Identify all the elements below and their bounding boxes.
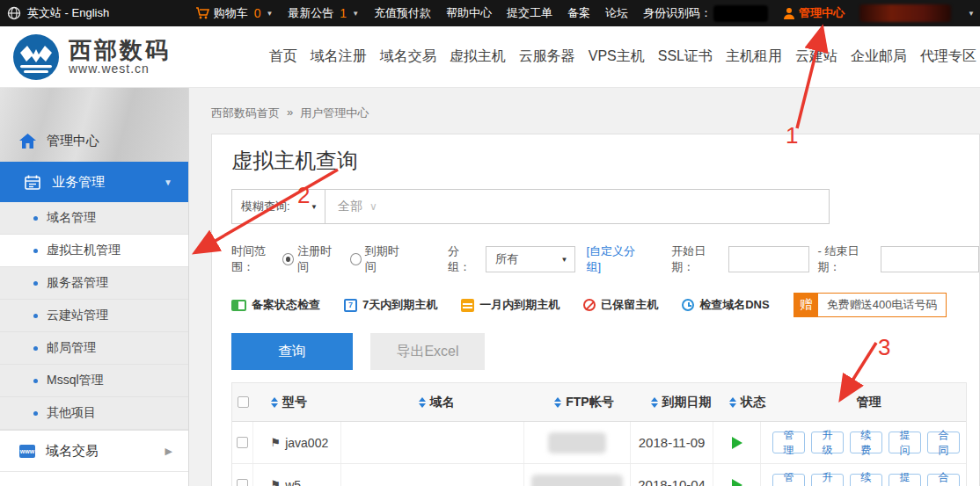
end-date-input[interactable] — [881, 246, 979, 272]
column-header-domain[interactable]: 域名 — [430, 395, 455, 410]
cart-link[interactable]: 购物车 0 ▼ — [195, 5, 274, 21]
notice-link[interactable]: 最新公告 1 ▼ — [288, 5, 359, 21]
column-header-manage: 管理 — [857, 395, 881, 410]
breadcrumb-home-link[interactable]: 西部数码首页 — [211, 105, 280, 121]
reserved-hosts-link[interactable]: 已保留主机 — [583, 297, 658, 313]
quick-links-row: 备案状态检查 7 7天内到期主机 一月内到期主机 已保留主机 — [231, 293, 979, 317]
sidebar-item-domain-trade[interactable]: www 域名交易 ▶ — [0, 430, 188, 472]
nav-domain-register[interactable]: 域名注册 — [311, 47, 367, 66]
sort-icon[interactable] — [419, 397, 426, 408]
nav-site-builder[interactable]: 云建站 — [795, 47, 837, 66]
beian-status-check-link[interactable]: 备案状态检查 — [231, 297, 320, 313]
account-name-redacted — [859, 4, 951, 22]
bullet-icon — [33, 346, 38, 351]
sidebar-item-server-manage[interactable]: 服务器管理 — [0, 267, 188, 300]
fuzzy-mode-select[interactable]: 模糊查询: ▼ — [232, 190, 325, 223]
column-header-status[interactable]: 状态 — [741, 395, 765, 410]
sort-icon[interactable] — [729, 397, 736, 408]
check-dns-link[interactable]: 检查域名DNS — [682, 297, 769, 313]
sort-icon[interactable] — [271, 397, 278, 408]
sidebar-item-label: 云建站管理 — [47, 308, 108, 323]
query-button[interactable]: 查询 — [231, 333, 353, 370]
nav-host-rental[interactable]: 主机租用 — [726, 47, 782, 66]
ftp-account-redacted — [548, 432, 606, 453]
nav-cloud-server[interactable]: 云服务器 — [519, 47, 575, 66]
renew-button[interactable]: 续费 — [850, 474, 882, 486]
account-chevron-down-icon[interactable]: ▼ — [968, 10, 975, 18]
main-content: 西部数码首页 » 用户管理中心 虚拟主机查询 模糊查询: ▼ 全部 ∨ — [189, 88, 980, 486]
contract-button[interactable]: 合同 — [927, 432, 960, 453]
upgrade-button[interactable]: 升级 — [811, 474, 844, 486]
sidebar-item-mssql-manage[interactable]: Mssql管理 — [0, 365, 188, 397]
brand-name: 西部数码 — [69, 39, 171, 62]
manage-button[interactable]: 管理 — [772, 474, 805, 486]
filter-row: 时间范围： 注册时间 到期时间 分组： 所有 ▼ [自定义分组] — [231, 243, 979, 275]
chevron-down-icon: ▼ — [266, 10, 273, 18]
export-excel-button[interactable]: 导出Excel — [370, 333, 485, 370]
select-all-checkbox[interactable] — [238, 396, 249, 408]
admin-center-link[interactable]: 管理中心 — [783, 5, 845, 21]
row-checkbox[interactable] — [237, 479, 248, 486]
contract-button[interactable]: 合同 — [927, 474, 960, 486]
group-select-value: 所有 — [495, 251, 518, 267]
notice-count-badge: 1 — [340, 6, 347, 20]
recharge-link[interactable]: 充值预付款 — [374, 5, 431, 21]
submit-ticket-link[interactable]: 提交工单 — [507, 5, 552, 21]
status-running-icon[interactable] — [732, 437, 742, 449]
column-header-expire[interactable]: 到期日期 — [662, 395, 712, 410]
upgrade-button[interactable]: 升级 — [811, 432, 844, 453]
column-header-model[interactable]: 型号 — [282, 395, 307, 410]
quick-link-label: 已保留主机 — [601, 297, 658, 313]
gift-400-phone-banner[interactable]: 赠 免费赠送400电话号码 — [794, 293, 947, 317]
grid-calendar-icon — [25, 175, 40, 190]
host-expire-date: 2018-11-09 — [631, 422, 713, 463]
host-domain-cell — [341, 422, 524, 463]
manage-button[interactable]: 管理 — [772, 432, 805, 453]
sidebar-admin-center-label: 管理中心 — [47, 133, 99, 149]
quick-link-label: 7天内到期主机 — [362, 297, 437, 313]
expire-7days-link[interactable]: 7 7天内到期主机 — [344, 297, 437, 313]
sort-icon[interactable] — [554, 397, 561, 408]
brand-site-url: www.west.cn — [69, 62, 171, 76]
column-header-ftp[interactable]: FTP帐号 — [566, 395, 613, 410]
fuzzy-scope-dropdown[interactable]: 全部 ∨ — [325, 199, 377, 214]
nav-vps[interactable]: VPS主机 — [589, 47, 645, 66]
radio-expire-time[interactable]: 到期时间 — [350, 243, 406, 275]
status-running-icon[interactable] — [732, 479, 742, 486]
group-select[interactable]: 所有 ▼ — [486, 246, 576, 272]
english-site-link[interactable]: 英文站 - English — [27, 5, 109, 21]
sidebar-item-admin-center[interactable]: 管理中心 — [0, 133, 99, 162]
query-panel: 虚拟主机查询 模糊查询: ▼ 全部 ∨ 时间范围： 注册时间 — [211, 134, 980, 486]
renew-button[interactable]: 续费 — [850, 432, 882, 453]
nav-enterprise-mail[interactable]: 企业邮局 — [851, 47, 907, 66]
nav-ssl[interactable]: SSL证书 — [658, 47, 713, 66]
hosts-table: 型号 域名 FTP帐号 到期日期 — [231, 382, 967, 486]
ask-button[interactable]: 提问 — [889, 474, 921, 486]
beian-link[interactable]: 备案 — [567, 5, 590, 21]
radio-unchecked-icon — [350, 253, 362, 265]
row-checkbox[interactable] — [237, 437, 248, 448]
radio-register-time[interactable]: 注册时间 — [282, 243, 338, 275]
bullet-icon — [33, 314, 38, 318]
nav-domain-trade[interactable]: 域名交易 — [380, 47, 436, 66]
site-logo[interactable]: 西部数码 www.west.cn — [12, 33, 171, 81]
nav-agent-zone[interactable]: 代理专区 — [920, 47, 976, 66]
expire-month-link[interactable]: 一月内到期主机 — [461, 297, 559, 313]
quick-link-label: 备案状态检查 — [252, 297, 320, 313]
ask-button[interactable]: 提问 — [889, 432, 921, 453]
sidebar-item-other-projects[interactable]: 其他项目 — [0, 397, 188, 430]
sidebar-item-virtual-host-manage[interactable]: 虚拟主机管理 — [0, 235, 188, 267]
help-center-link[interactable]: 帮助中心 — [446, 5, 492, 21]
ftp-account-redacted — [531, 475, 623, 486]
custom-group-link[interactable]: [自定义分组] — [586, 243, 643, 275]
nav-virtual-host[interactable]: 虚拟主机 — [450, 47, 506, 66]
sidebar-section-business[interactable]: 业务管理 ▼ — [0, 162, 188, 202]
forum-link[interactable]: 论坛 — [605, 5, 628, 21]
sort-icon[interactable] — [651, 397, 658, 408]
sidebar-item-domain-manage[interactable]: 域名管理 — [0, 202, 188, 235]
sidebar-item-label: Mssql管理 — [47, 373, 104, 388]
nav-home[interactable]: 首页 — [269, 47, 297, 66]
sidebar-item-sitebuilder-manage[interactable]: 云建站管理 — [0, 300, 188, 332]
start-date-input[interactable] — [728, 246, 809, 272]
sidebar-item-mail-manage[interactable]: 邮局管理 — [0, 332, 188, 365]
